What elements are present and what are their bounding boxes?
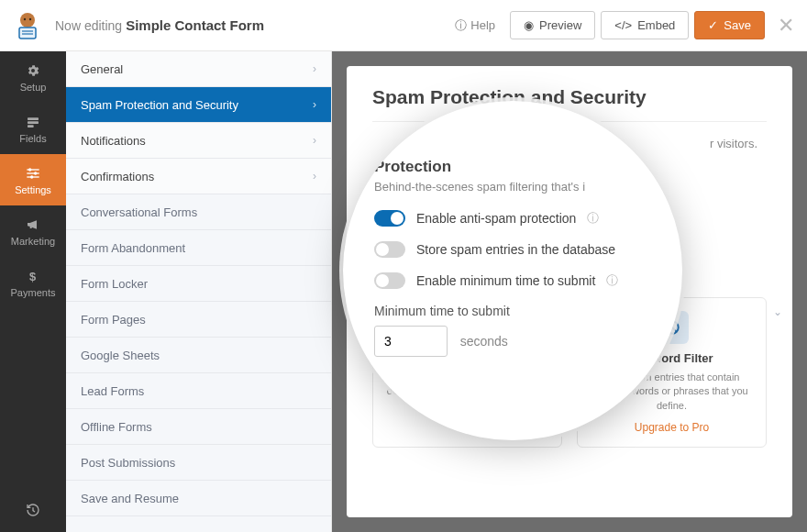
gear-icon	[25, 62, 41, 79]
sidebar-item-confirmations[interactable]: Confirmations›	[66, 159, 331, 194]
protection-heading: Protection	[374, 158, 651, 176]
eye-icon: ◉	[524, 18, 534, 32]
sidebar-item-locker[interactable]: Form Locker	[66, 266, 331, 302]
sidebar-item-label: Confirmations	[81, 170, 154, 183]
left-rail: Setup Fields Settings Marketing $ Paymen…	[0, 51, 66, 532]
sidebar-item-gsheets[interactable]: Google Sheets	[66, 338, 331, 373]
help-icon: ⓘ	[455, 17, 467, 34]
svg-text:$: $	[29, 270, 36, 283]
svg-point-5	[29, 17, 31, 19]
sidebar-item-label: Post Submissions	[81, 456, 175, 470]
rail-marketing[interactable]: Marketing	[0, 205, 66, 257]
min-time-label: Minimum time to submit	[374, 304, 651, 318]
code-icon: </>	[614, 18, 632, 32]
toggle-switch[interactable]	[374, 241, 405, 258]
min-time-unit: seconds	[460, 334, 508, 349]
toggle-antispam: Enable anti-spam protection ⓘ	[374, 210, 651, 227]
sidebar-item-notifications[interactable]: Notifications›	[66, 123, 331, 159]
sidebar-item-label: Conversational Forms	[81, 205, 197, 219]
svg-point-12	[34, 172, 37, 174]
embed-button[interactable]: </> Embed	[601, 11, 689, 39]
toggle-label: Enable minimum time to submit	[416, 273, 595, 288]
preview-button[interactable]: ◉ Preview	[510, 11, 595, 39]
form-name: Simple Contact Form	[126, 17, 264, 33]
help-link[interactable]: ⓘ Help	[455, 17, 495, 34]
sliders-icon	[25, 165, 41, 182]
form-icon	[25, 114, 41, 130]
history-icon	[26, 503, 40, 520]
app-logo	[13, 11, 42, 40]
save-button[interactable]: ✓ Save	[694, 11, 765, 39]
svg-rect-1	[19, 28, 36, 39]
sidebar-item-leadforms[interactable]: Lead Forms	[66, 373, 331, 409]
help-icon[interactable]: ⓘ	[606, 272, 618, 289]
editing-prefix: Now editing	[55, 18, 122, 33]
rail-label: Marketing	[11, 236, 55, 247]
rail-fields[interactable]: Fields	[0, 103, 66, 154]
sidebar-item-label: Notifications	[81, 134, 146, 148]
svg-point-14	[30, 175, 33, 178]
toggle-switch[interactable]	[374, 272, 405, 289]
sidebar-item-offline[interactable]: Offline Forms	[66, 409, 331, 445]
chevron-down-icon[interactable]: ⌄	[773, 305, 782, 318]
rail-history[interactable]	[0, 490, 66, 532]
rail-label: Setup	[20, 82, 47, 93]
toggle-switch[interactable]	[374, 210, 405, 227]
svg-point-10	[28, 168, 31, 171]
upgrade-link[interactable]: Upgrade to Pro	[635, 421, 709, 434]
topbar: Now editing Simple Contact Form ⓘ Help ◉…	[0, 0, 807, 51]
rail-settings[interactable]: Settings	[0, 154, 66, 205]
rail-payments[interactable]: $ Payments	[0, 257, 66, 308]
toggle-label: Store spam entries in the database	[416, 242, 615, 257]
sidebar-item-label: Form Locker	[81, 277, 148, 291]
svg-rect-11	[27, 172, 39, 173]
chevron-right-icon: ›	[313, 98, 316, 111]
svg-rect-6	[28, 117, 39, 120]
preview-label: Preview	[539, 18, 581, 32]
sidebar-item-spam[interactable]: Spam Protection and Security›	[66, 87, 331, 123]
rail-label: Fields	[19, 133, 46, 144]
sidebar-item-label: Offline Forms	[81, 420, 152, 434]
chevron-right-icon: ›	[313, 134, 316, 147]
rail-label: Settings	[15, 184, 51, 195]
min-time-field: Minimum time to submit seconds	[374, 304, 651, 357]
sidebar-item-general[interactable]: General›	[66, 51, 331, 87]
sidebar-item-label: Form Abandonment	[81, 241, 185, 255]
svg-point-0	[20, 13, 35, 28]
toggle-store-spam: Store spam entries in the database	[374, 241, 651, 258]
chevron-right-icon: ›	[313, 62, 316, 75]
check-icon: ✓	[708, 18, 718, 32]
toggle-label: Enable anti-spam protection	[416, 211, 576, 226]
svg-rect-8	[28, 125, 34, 127]
sidebar-item-label: Form Pages	[81, 313, 146, 327]
zoom-lens: Protection Behind-the-scenes spam filter…	[343, 101, 682, 440]
svg-point-4	[24, 17, 26, 19]
sidebar-item-label: Google Sheets	[81, 349, 160, 362]
sidebar-item-pages[interactable]: Form Pages	[66, 302, 331, 338]
min-time-input[interactable]	[374, 326, 448, 357]
sidebar-item-abandonment[interactable]: Form Abandonment	[66, 230, 331, 266]
close-icon[interactable]: ✕	[778, 14, 794, 38]
megaphone-icon	[25, 216, 41, 233]
settings-sidebar: General› Spam Protection and Security› N…	[66, 51, 332, 532]
sidebar-item-postsub[interactable]: Post Submissions	[66, 445, 331, 481]
dollar-icon: $	[25, 268, 41, 284]
help-label: Help	[470, 18, 495, 32]
chevron-right-icon: ›	[313, 170, 316, 183]
protection-subtext: Behind-the-scenes spam filtering that's …	[374, 180, 651, 194]
embed-label: Embed	[637, 18, 675, 32]
sidebar-item-label: Spam Protection and Security	[81, 98, 238, 112]
rail-setup[interactable]: Setup	[0, 51, 66, 103]
toggle-min-time: Enable minimum time to submit ⓘ	[374, 272, 651, 289]
sidebar-item-saveresume[interactable]: Save and Resume	[66, 481, 331, 516]
sidebar-item-conversational[interactable]: Conversational Forms	[66, 194, 331, 230]
svg-rect-7	[28, 121, 39, 124]
help-icon[interactable]: ⓘ	[587, 210, 599, 227]
rail-label: Payments	[11, 287, 56, 298]
sidebar-item-label: General	[81, 62, 123, 76]
sidebar-item-label: Lead Forms	[81, 384, 144, 398]
sidebar-item-label: Save and Resume	[81, 492, 179, 505]
save-label: Save	[724, 18, 751, 32]
page-title: Spam Protection and Security	[372, 86, 767, 108]
